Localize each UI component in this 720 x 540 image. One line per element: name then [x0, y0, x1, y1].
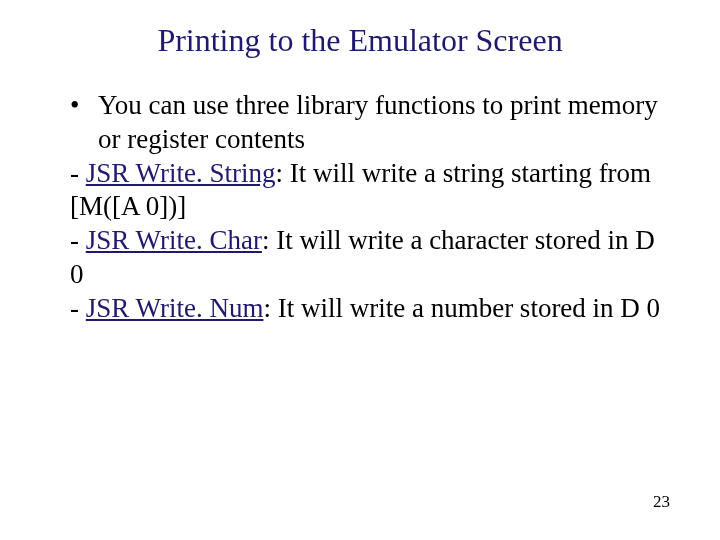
dash-marker: - [70, 158, 86, 188]
dash-marker: - [70, 293, 86, 323]
jsr-call: JSR Write. Char [86, 225, 262, 255]
page-number: 23 [653, 492, 670, 512]
jsr-call: JSR Write. String [86, 158, 276, 188]
library-function-item: - JSR Write. Num: It will write a number… [70, 292, 670, 326]
library-function-item: - JSR Write. String: It will write a str… [70, 157, 670, 225]
jsr-call: JSR Write. Num [86, 293, 264, 323]
dash-marker: - [70, 225, 86, 255]
bullet-marker: • [70, 89, 98, 157]
slide: Printing to the Emulator Screen • You ca… [0, 0, 720, 540]
slide-title: Printing to the Emulator Screen [0, 0, 720, 59]
library-function-item: - JSR Write. Char: It will write a chara… [70, 224, 670, 292]
bullet-text: You can use three library functions to p… [98, 89, 670, 157]
slide-body: • You can use three library functions to… [0, 59, 720, 325]
item-description: : It will write a number stored in D 0 [263, 293, 660, 323]
bullet-item: • You can use three library functions to… [70, 89, 670, 157]
